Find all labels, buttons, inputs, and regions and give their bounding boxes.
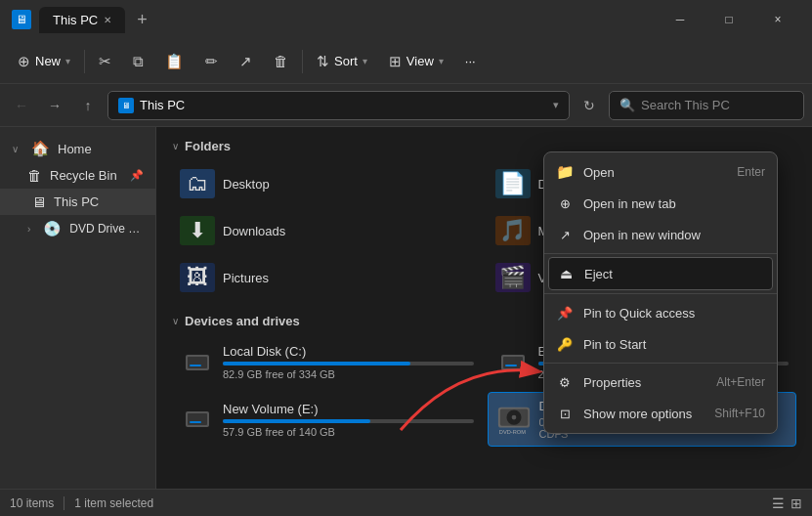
open-icon: 📁 <box>556 163 574 181</box>
status-bar: 10 items 1 item selected ☰ ⊞ <box>0 489 812 516</box>
context-menu-open-window[interactable]: ↗ Open in new window <box>544 219 777 250</box>
window-controls: ─ □ × <box>658 5 800 34</box>
folders-caret: ∨ <box>172 141 179 151</box>
drive-c[interactable]: Local Disk (C:) 82.9 GB free of 334 GB <box>172 338 482 386</box>
address-path: This PC <box>140 98 185 112</box>
open-window-icon: ↗ <box>556 226 574 243</box>
recycle-bin-icon: 🗑 <box>27 167 42 184</box>
drive-c-icon <box>180 345 215 380</box>
open-tab-icon: ⊕ <box>556 194 574 212</box>
view-button[interactable]: ⊞ View ▾ <box>379 48 453 75</box>
svg-rect-2 <box>190 365 201 366</box>
new-button[interactable]: ⊕ New ▾ <box>8 48 80 75</box>
status-separator <box>64 496 64 510</box>
expand-icon-dvd: › <box>27 224 35 235</box>
sidebar: ∨ 🏠 Home 🗑 Recycle Bin 📌 🖥 This PC › 💿 D… <box>0 127 156 489</box>
sort-button[interactable]: ⇅ Sort ▾ <box>307 48 377 75</box>
tab-close-button[interactable]: ✕ <box>104 15 111 25</box>
sidebar-home-label: Home <box>58 142 92 156</box>
devices-header-label: Devices and drives <box>185 314 300 328</box>
documents-folder-icon: 📄 <box>495 169 531 198</box>
up-button[interactable]: ↑ <box>74 92 102 119</box>
more-button[interactable]: ··· <box>455 49 486 73</box>
drive-e-info: New Volume (E:) 57.9 GB free of 140 GB <box>223 402 474 438</box>
drive-e[interactable]: New Volume (E:) 57.9 GB free of 140 GB <box>172 392 482 447</box>
grid-view-icon[interactable]: ⊞ <box>791 495 802 511</box>
sidebar-item-home[interactable]: ∨ 🏠 Home <box>0 135 155 162</box>
pin-icon: 📌 <box>130 169 144 182</box>
minimize-button[interactable]: ─ <box>658 5 703 34</box>
context-menu-pin-start[interactable]: 🔑 Pin to Start <box>544 328 777 360</box>
address-row: ← → ↑ 🖥 This PC ▾ ↻ 🔍 Search This PC <box>0 84 812 127</box>
context-menu-open-tab[interactable]: ⊕ Open in new tab <box>544 188 777 219</box>
home-icon: 🏠 <box>31 140 50 157</box>
list-view-icon[interactable]: ☰ <box>772 495 785 511</box>
context-menu-more-options[interactable]: ⊡ Show more options Shift+F10 <box>544 398 777 429</box>
sidebar-recycle-label: Recycle Bin <box>50 168 117 183</box>
music-folder-icon: 🎵 <box>495 216 531 245</box>
folder-pictures[interactable]: 🖼 Pictures <box>172 257 482 298</box>
paste-icon: 📋 <box>165 53 184 70</box>
context-pin-start-label: Pin to Start <box>583 337 646 352</box>
folder-desktop[interactable]: 🗂 Desktop <box>172 163 482 204</box>
search-box[interactable]: 🔍 Search This PC <box>609 91 804 120</box>
sidebar-item-this-pc[interactable]: 🖥 This PC <box>0 189 155 215</box>
status-view-controls: ☰ ⊞ <box>772 495 802 511</box>
new-label: New <box>35 54 61 68</box>
folder-desktop-label: Desktop <box>223 177 270 192</box>
drive-c-info: Local Disk (C:) 82.9 GB free of 334 GB <box>223 344 474 380</box>
copy-button[interactable]: ⧉ <box>123 48 153 75</box>
sort-label: Sort <box>334 54 358 68</box>
downloads-folder-icon: ⬇ <box>180 216 215 245</box>
title-bar: 🖥 This PC ✕ + ─ □ × <box>0 0 812 39</box>
sidebar-pc-label: This PC <box>54 194 99 209</box>
svg-rect-5 <box>505 365 517 366</box>
svg-rect-4 <box>503 357 523 368</box>
pin-quick-icon: 📌 <box>556 304 574 322</box>
toolbar-separator-1 <box>84 50 85 73</box>
cut-icon: ✂ <box>99 53 111 70</box>
address-caret: ▾ <box>553 99 559 111</box>
drive-c-free: 82.9 GB free of 334 GB <box>223 368 474 380</box>
paste-button[interactable]: 📋 <box>155 48 193 75</box>
drive-f-icon: DVD-ROM <box>496 402 532 437</box>
sidebar-item-dvd[interactable]: › 💿 DVD Drive (F:) Ubun <box>0 215 155 242</box>
item-count: 10 items <box>10 496 54 510</box>
tab-this-pc[interactable]: This PC ✕ <box>39 7 125 33</box>
delete-button[interactable]: 🗑 <box>264 48 298 74</box>
rename-button[interactable]: ✏ <box>195 48 228 75</box>
folders-header-label: Folders <box>185 139 231 153</box>
sidebar-item-recycle-bin[interactable]: 🗑 Recycle Bin 📌 <box>0 162 155 189</box>
context-menu-eject[interactable]: ⏏ Eject <box>548 257 773 290</box>
close-button[interactable]: × <box>755 5 800 34</box>
menu-separator-2 <box>544 293 777 294</box>
refresh-button[interactable]: ↻ <box>576 92 603 119</box>
drive-c-name: Local Disk (C:) <box>223 344 474 359</box>
view-caret: ▾ <box>439 56 444 66</box>
maximize-button[interactable]: □ <box>706 5 751 34</box>
context-menu-open[interactable]: 📁 Open Enter <box>544 156 777 188</box>
new-icon: ⊕ <box>18 53 30 70</box>
toolbar-separator-2 <box>302 50 303 73</box>
address-bar[interactable]: 🖥 This PC ▾ <box>107 91 570 120</box>
context-menu-pin-quick[interactable]: 📌 Pin to Quick access <box>544 297 777 328</box>
dvd-icon-sidebar: 💿 <box>43 220 62 237</box>
back-button[interactable]: ← <box>8 92 35 119</box>
share-button[interactable]: ↗ <box>230 48 262 75</box>
more-options-shortcut: Shift+F10 <box>714 407 765 420</box>
cut-button[interactable]: ✂ <box>89 48 121 75</box>
devices-caret: ∨ <box>172 316 179 326</box>
svg-point-12 <box>511 415 516 420</box>
drive-e-bar-fill <box>223 419 370 423</box>
toolbar: ⊕ New ▾ ✂ ⧉ 📋 ✏ ↗ 🗑 ⇅ Sort ▾ ⊞ View ▾ ··… <box>0 39 812 84</box>
properties-shortcut: Alt+Enter <box>716 375 765 389</box>
forward-button[interactable]: → <box>41 92 68 119</box>
folder-downloads[interactable]: ⬇ Downloads <box>172 210 482 251</box>
drive-e-bar-track <box>223 419 474 423</box>
view-icon-tb: ⊞ <box>389 53 402 70</box>
menu-separator-1 <box>544 253 777 254</box>
new-tab-button[interactable]: + <box>137 10 148 30</box>
svg-text:DVD-ROM: DVD-ROM <box>498 429 525 435</box>
context-menu: 📁 Open Enter ⊕ Open in new tab ↗ Open in… <box>543 151 778 434</box>
context-menu-properties[interactable]: ⚙ Properties Alt+Enter <box>544 366 777 398</box>
